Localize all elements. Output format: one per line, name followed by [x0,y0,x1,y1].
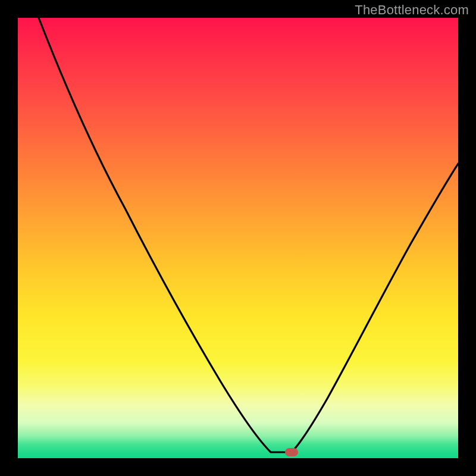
plot-area [18,18,458,458]
watermark-text: TheBottleneck.com [355,2,469,18]
min-marker [285,448,298,456]
curve-path [39,18,458,452]
chart-frame: TheBottleneck.com [0,0,476,476]
bottleneck-curve [18,18,458,458]
